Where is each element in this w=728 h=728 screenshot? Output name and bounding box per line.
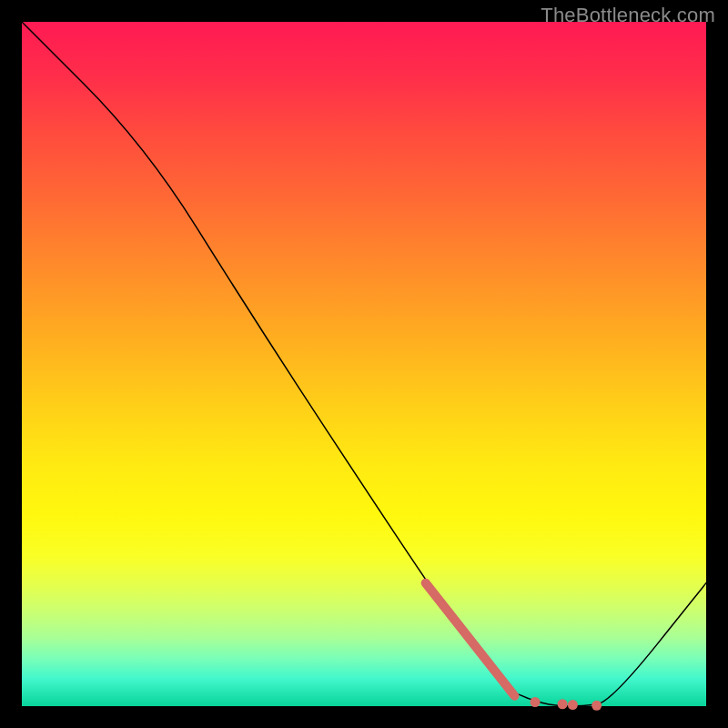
- highlight-segment: [426, 583, 515, 696]
- chart-stage: TheBottleneck.com: [0, 0, 728, 728]
- chart-overlay: [22, 22, 706, 706]
- watermark-text: TheBottleneck.com: [541, 4, 715, 27]
- bottleneck-curve: [22, 22, 706, 706]
- highlight-dot: [592, 701, 602, 711]
- highlight-dot: [558, 699, 568, 709]
- highlight-dot: [568, 700, 578, 710]
- highlight-dots-group: [531, 697, 602, 711]
- highlight-dot: [531, 697, 541, 707]
